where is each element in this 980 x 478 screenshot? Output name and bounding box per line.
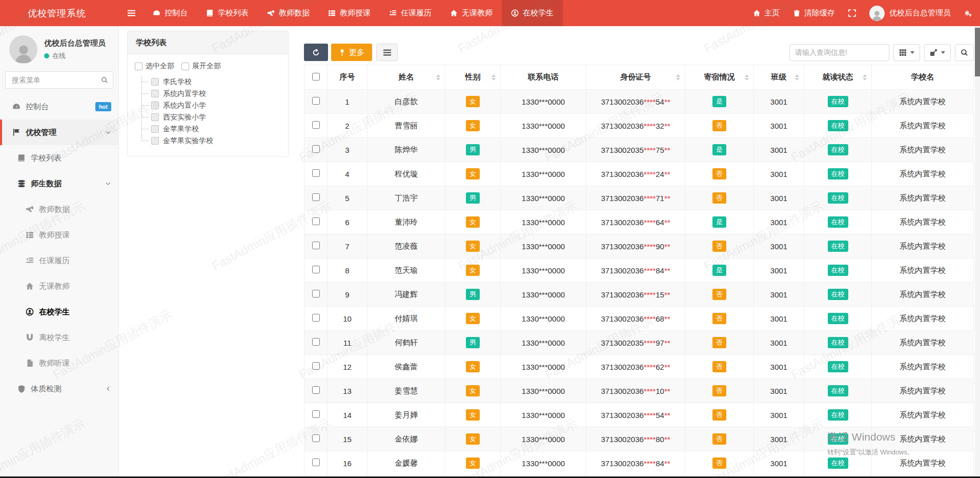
- database-icon: [17, 180, 26, 188]
- row-checkbox[interactable]: [312, 434, 320, 442]
- top-nav-item-3[interactable]: 教师数据: [258, 0, 319, 26]
- column-header-6[interactable]: 寄宿情况: [685, 65, 754, 90]
- user-panel: 优校后台总管理员 在线: [0, 33, 118, 65]
- sort-carets-icon[interactable]: [492, 74, 496, 81]
- top-nav-item-2[interactable]: 学校列表: [197, 0, 258, 26]
- cell-name: 付婧琪: [368, 307, 445, 331]
- export-dropdown-button[interactable]: [924, 44, 951, 61]
- sort-carets-icon[interactable]: [436, 74, 440, 81]
- row-checkbox[interactable]: [312, 290, 320, 297]
- cell-gender: 女: [445, 234, 501, 258]
- status-badge: 在校: [828, 337, 848, 348]
- more-button[interactable]: 更多: [331, 44, 372, 61]
- id-masked-part: **: [664, 194, 670, 203]
- expand-all-checkbox[interactable]: 展开全部: [181, 62, 221, 71]
- menu-search-input[interactable]: [5, 71, 113, 89]
- sidebar-item-4[interactable]: 师生数据: [0, 171, 118, 196]
- row-checkbox[interactable]: [312, 362, 320, 370]
- table-row: 8范天瑜女1330***00003713002036****84**是3001在…: [304, 258, 974, 283]
- tree-node-checkbox[interactable]: [151, 102, 159, 109]
- row-checkbox[interactable]: [312, 242, 320, 249]
- table-row: 4程优璇女1330***00003713002036****24**否3001在…: [304, 162, 974, 186]
- tree-node-4[interactable]: 西安实验小学: [137, 111, 281, 123]
- sort-carets-icon[interactable]: [745, 74, 749, 81]
- tree-node-1[interactable]: 李氏学校: [137, 76, 281, 88]
- sidebar-item-9[interactable]: 在校学生: [0, 299, 118, 325]
- id-masked-part: **: [664, 266, 670, 275]
- user-menu[interactable]: 优校后台总管理员: [869, 6, 951, 21]
- columns-toggle-button[interactable]: [376, 44, 398, 61]
- refresh-button[interactable]: [304, 44, 328, 61]
- sort-carets-icon[interactable]: [863, 74, 867, 81]
- check-all-checkbox[interactable]: 选中全部: [135, 62, 174, 71]
- top-nav-item-6[interactable]: 无课教师: [441, 0, 502, 26]
- tree-node-6[interactable]: 金苹果实验学校: [137, 135, 281, 147]
- fullscreen-button[interactable]: [848, 9, 856, 17]
- cell-school: 系统内置学校: [872, 379, 974, 403]
- tree-node-3[interactable]: 系统内置小学: [137, 99, 281, 111]
- tree-node-checkbox[interactable]: [151, 137, 159, 145]
- row-checkbox[interactable]: [312, 459, 320, 466]
- row-checkbox[interactable]: [312, 169, 320, 177]
- column-header-7[interactable]: 班级: [754, 65, 804, 90]
- row-checkbox[interactable]: [312, 386, 320, 394]
- tree-node-2[interactable]: 系统内置学校: [137, 88, 281, 99]
- id-visible-part: 3713002036: [601, 290, 643, 299]
- sidebar-item-5[interactable]: 教师数据: [0, 196, 118, 222]
- sort-carets-icon[interactable]: [795, 74, 799, 81]
- settings-gears-button[interactable]: [964, 9, 972, 17]
- status-badge: 在校: [828, 96, 848, 107]
- table-row: 1白彦歆女1330***00003713002036****54**是3001在…: [304, 90, 974, 114]
- top-nav-item-5[interactable]: 任课履历: [380, 0, 441, 26]
- sidebar-item-8[interactable]: 无课教师: [0, 273, 118, 299]
- column-header-5[interactable]: 身份证号: [586, 65, 685, 90]
- column-header-8[interactable]: 就读状态: [804, 65, 872, 90]
- row-checkbox[interactable]: [312, 193, 320, 201]
- select-all-checkbox[interactable]: [312, 73, 320, 81]
- row-checkbox[interactable]: [312, 314, 320, 322]
- top-nav-item-4[interactable]: 教师授课: [319, 0, 380, 26]
- cell-school: 系统内置学校: [872, 114, 974, 138]
- row-select-cell: [304, 90, 328, 114]
- sidebar-item-3[interactable]: 学校列表: [0, 145, 118, 171]
- sidebar-item-2[interactable]: 优校管理: [0, 120, 118, 145]
- search-icon: [961, 49, 968, 56]
- tree-node-checkbox[interactable]: [151, 125, 159, 133]
- tree-node-checkbox[interactable]: [151, 113, 159, 121]
- scrollbar-thumb[interactable]: [975, 28, 980, 76]
- top-nav-item-7[interactable]: 在校学生: [502, 0, 563, 26]
- vertical-scrollbar[interactable]: [975, 26, 980, 476]
- row-checkbox[interactable]: [312, 266, 320, 273]
- tree-node-checkbox[interactable]: [151, 90, 159, 97]
- sidebar-item-11[interactable]: 教师听课: [0, 350, 118, 376]
- search-button[interactable]: [955, 44, 974, 61]
- top-nav-item-1[interactable]: 控制台: [144, 0, 197, 26]
- sidebar-item-6[interactable]: 教师授课: [0, 222, 118, 248]
- sidebar-item-7[interactable]: 任课履历: [0, 248, 118, 273]
- table-row: 13姜雪慧女1330***00003713002036****10**否3001…: [304, 379, 974, 403]
- row-checkbox[interactable]: [312, 410, 320, 418]
- tree-node-5[interactable]: 金苹果学校: [137, 123, 281, 135]
- id-masked-part: ****: [644, 194, 656, 203]
- row-checkbox[interactable]: [312, 145, 320, 153]
- search-icon: [101, 76, 108, 84]
- sort-carets-icon[interactable]: [676, 74, 680, 81]
- tree-node-checkbox[interactable]: [151, 78, 159, 86]
- clear-cache-link[interactable]: 清除缓存: [793, 8, 835, 18]
- row-checkbox[interactable]: [312, 338, 320, 346]
- sidebar-item-12[interactable]: 体质检测: [0, 376, 118, 402]
- sidebar-toggle-button[interactable]: [119, 0, 144, 26]
- home-link[interactable]: 主页: [753, 8, 780, 18]
- grid-view-dropdown-button[interactable]: [893, 44, 920, 61]
- row-checkbox[interactable]: [312, 217, 320, 225]
- sidebar-item-1[interactable]: 控制台hot: [0, 94, 118, 120]
- cell-boarding: 是: [685, 258, 754, 283]
- row-checkbox[interactable]: [312, 97, 320, 105]
- query-search-input[interactable]: [789, 44, 889, 61]
- column-header-3[interactable]: 性别: [445, 65, 501, 90]
- id-visible-part: 3713002036: [601, 194, 643, 203]
- column-header-2[interactable]: 姓名: [368, 65, 445, 90]
- chevron-left-icon: [105, 386, 111, 392]
- row-checkbox[interactable]: [312, 121, 320, 129]
- sidebar-item-10[interactable]: 离校学生: [0, 325, 118, 350]
